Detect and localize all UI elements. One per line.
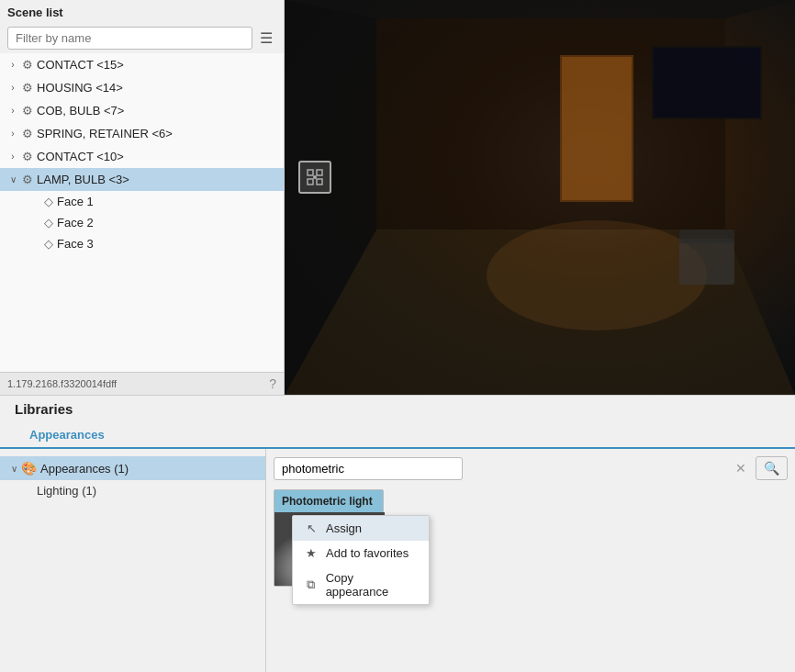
search-row: ✕ 🔍 bbox=[274, 456, 788, 480]
target-icon bbox=[307, 169, 323, 185]
svg-point-6 bbox=[487, 220, 707, 330]
svg-rect-12 bbox=[317, 170, 322, 175]
chevron-icon: ∨ bbox=[11, 464, 17, 474]
chevron-icon: › bbox=[7, 151, 18, 162]
search-input[interactable] bbox=[274, 457, 463, 480]
context-menu-assign[interactable]: ↖ Assign bbox=[293, 516, 429, 541]
copy-icon: ⧉ bbox=[304, 577, 319, 592]
svg-rect-9 bbox=[679, 239, 734, 285]
search-clear-button[interactable]: ✕ bbox=[735, 461, 746, 476]
scene-list-menu-button[interactable]: ☰ bbox=[256, 28, 276, 49]
appearances-label: Appearances (1) bbox=[40, 462, 129, 476]
svg-point-15 bbox=[313, 175, 317, 179]
svg-rect-10 bbox=[679, 230, 734, 243]
tree-item-lamp-bulb3[interactable]: ∨ ⚙ LAMP, BULB <3> bbox=[0, 168, 284, 191]
card-title: Photometric light bbox=[274, 490, 383, 512]
tree-item-spring-retainer6[interactable]: › ⚙ SPRING, RETAINER <6> bbox=[0, 122, 284, 145]
context-menu: ↖ Assign ★ Add to favorites ⧉ Copy appea… bbox=[292, 515, 430, 605]
tree-item-label: CONTACT <15> bbox=[37, 58, 124, 72]
tree-children: ◇ Face 1 ◇ Face 2 ◇ Face 3 bbox=[0, 191, 284, 254]
face-icon: ◇ bbox=[44, 237, 53, 251]
star-icon: ★ bbox=[304, 546, 319, 560]
item-icon: ⚙ bbox=[22, 81, 33, 95]
item-icon: ⚙ bbox=[22, 58, 33, 72]
chevron-icon: › bbox=[7, 60, 18, 70]
tree-item-label: COB, BULB <7> bbox=[37, 104, 124, 118]
svg-rect-13 bbox=[308, 179, 313, 185]
tree-item-contact15[interactable]: › ⚙ CONTACT <15> bbox=[0, 53, 284, 76]
tree-item-face1[interactable]: ◇ Face 1 bbox=[37, 191, 284, 212]
svg-rect-14 bbox=[317, 179, 322, 185]
bottom-section: Libraries Appearances ∨ 🎨 Appearances (1… bbox=[0, 395, 795, 672]
tree-item-label: SPRING, RETAINER <6> bbox=[37, 127, 173, 140]
lib-sub-item-lighting[interactable]: Lighting (1) bbox=[0, 480, 265, 501]
content-area: ✕ 🔍 Photometric light bbox=[266, 449, 795, 672]
filter-row: ☰ bbox=[0, 23, 284, 53]
tree-item-label: Face 3 bbox=[57, 237, 94, 251]
tree-item-label: Face 2 bbox=[57, 216, 94, 230]
card-area: Photometric light bbox=[274, 489, 384, 587]
status-bar: 1.179.2168.f3320014fdff ? bbox=[0, 372, 284, 395]
tab-bar: Appearances bbox=[0, 422, 795, 449]
filter-input[interactable] bbox=[7, 27, 252, 50]
context-menu-copy-appearance[interactable]: ⧉ Copy appearance bbox=[293, 566, 429, 604]
focus-icon[interactable] bbox=[298, 161, 331, 194]
tab-appearances[interactable]: Appearances bbox=[15, 422, 119, 449]
search-input-wrap: ✕ bbox=[274, 457, 752, 480]
assign-label: Assign bbox=[326, 521, 362, 535]
tree-item-contact10[interactable]: › ⚙ CONTACT <10> bbox=[0, 145, 284, 168]
chevron-icon: › bbox=[7, 106, 18, 116]
status-text: 1.179.2168.f3320014fdff bbox=[7, 378, 117, 389]
bottom-content: ∨ 🎨 Appearances (1) Lighting (1) ✕ 🔍 bbox=[0, 449, 795, 672]
item-icon: ⚙ bbox=[22, 104, 33, 118]
appearances-icon: 🎨 bbox=[21, 461, 37, 476]
item-icon: ⚙ bbox=[22, 150, 33, 163]
libraries-sidebar: ∨ 🎨 Appearances (1) Lighting (1) bbox=[0, 449, 266, 672]
tree-item-label: HOUSING <14> bbox=[37, 81, 123, 95]
copy-appearance-label: Copy appearance bbox=[326, 571, 418, 599]
tree-item-label: Face 1 bbox=[57, 195, 94, 208]
add-favorites-label: Add to favorites bbox=[326, 546, 409, 560]
viewport[interactable] bbox=[285, 0, 795, 395]
scene-tree: › ⚙ CONTACT <15> › ⚙ HOUSING <14> › ⚙ CO… bbox=[0, 53, 284, 372]
svg-rect-11 bbox=[308, 170, 313, 175]
tree-item-face2[interactable]: ◇ Face 2 bbox=[37, 212, 284, 233]
tree-item-label: CONTACT <10> bbox=[37, 150, 124, 163]
help-icon[interactable]: ? bbox=[269, 376, 276, 391]
svg-rect-8 bbox=[654, 48, 760, 118]
libraries-header: Libraries bbox=[0, 396, 795, 422]
item-icon: ⚙ bbox=[22, 127, 33, 140]
context-menu-add-favorites[interactable]: ★ Add to favorites bbox=[293, 541, 429, 566]
svg-rect-3 bbox=[562, 57, 632, 200]
lib-item-appearances[interactable]: ∨ 🎨 Appearances (1) bbox=[0, 456, 265, 480]
face-icon: ◇ bbox=[44, 195, 53, 208]
assign-icon: ↖ bbox=[304, 521, 319, 535]
item-icon: ⚙ bbox=[22, 173, 33, 186]
search-button[interactable]: 🔍 bbox=[756, 456, 788, 480]
tree-item-cob-bulb7[interactable]: › ⚙ COB, BULB <7> bbox=[0, 99, 284, 122]
tree-item-label: LAMP, BULB <3> bbox=[37, 173, 129, 186]
tree-item-face3[interactable]: ◇ Face 3 bbox=[37, 233, 284, 254]
chevron-icon: › bbox=[7, 129, 18, 139]
room-svg bbox=[285, 0, 795, 395]
tree-item-housing14[interactable]: › ⚙ HOUSING <14> bbox=[0, 76, 284, 99]
face-icon: ◇ bbox=[44, 216, 53, 230]
scene-list-panel: Scene list ☰ › ⚙ CONTACT <15> › ⚙ HOUSIN… bbox=[0, 0, 285, 395]
chevron-icon: ∨ bbox=[7, 174, 18, 185]
lighting-label: Lighting (1) bbox=[37, 484, 96, 498]
viewport-inner bbox=[285, 0, 795, 395]
chevron-icon: › bbox=[7, 83, 18, 93]
scene-list-header: Scene list bbox=[0, 0, 284, 23]
